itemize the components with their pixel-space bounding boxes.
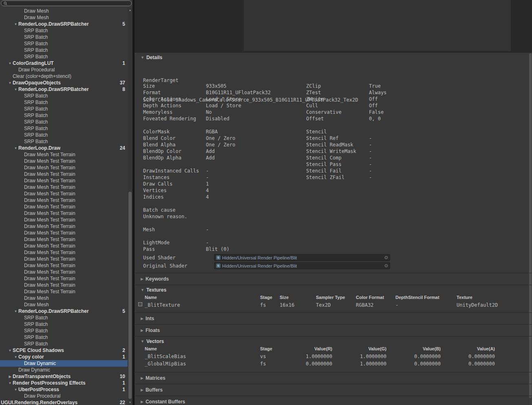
tree-item[interactable]: Draw Mesh Test Terrain [0, 184, 128, 190]
foldout-open-icon[interactable]: ▼ [13, 88, 18, 91]
tree-item[interactable]: UGUI.Rendering.RenderOverlays22 [0, 399, 128, 405]
tree-item[interactable]: Draw Dynamic [0, 360, 128, 367]
used-shader-field[interactable]: S Hidden/Universal Render Pipeline/Blit … [214, 254, 390, 261]
tree-item[interactable]: SRP Batch [0, 314, 128, 321]
tree-item[interactable]: ▼UberPostProcess1 [0, 386, 128, 393]
tree-item[interactable]: SRP Batch [0, 321, 128, 328]
table-cell: fs [260, 361, 266, 367]
tree-item[interactable]: Draw Mesh Test Terrain [0, 177, 128, 184]
tree-item[interactable]: Draw Procedural [0, 393, 128, 399]
tree-item[interactable]: SRP Batch [0, 328, 128, 334]
tree-item[interactable]: ▼ColorGradingLUT1 [0, 60, 128, 66]
tree-item[interactable]: Draw Mesh [0, 301, 128, 308]
tree-item[interactable]: ▶DrawTransparentObjects10 [0, 373, 128, 380]
tree-item[interactable]: Draw Mesh Test Terrain [0, 230, 128, 236]
foldout-open-icon[interactable]: ▼ [13, 355, 18, 359]
tree-item[interactable]: Draw Mesh Test Terrain [0, 256, 128, 262]
search-input[interactable] [9, 1, 129, 6]
matrices-section[interactable]: ▶ Matrices [135, 372, 532, 384]
tree-item[interactable]: ▼SCPE Cloud Shadows2 [0, 347, 128, 354]
tree-item[interactable]: Draw Mesh Test Terrain [0, 171, 128, 177]
tree-item[interactable]: SRP Batch [0, 334, 128, 341]
indent-spacer [0, 311, 13, 312]
tree-item[interactable]: Draw Mesh Test Terrain [0, 158, 128, 164]
tree-item[interactable]: SRP Batch [0, 119, 128, 125]
tree-item[interactable]: SRP Batch [0, 106, 128, 112]
tree-item[interactable]: Draw Mesh Test Terrain [0, 164, 128, 171]
foldout-open-icon[interactable]: ▼ [13, 388, 18, 392]
tree-item[interactable]: ▼DrawOpaqueObjects37 [0, 80, 128, 86]
tree-item[interactable]: Draw Mesh Test Terrain [0, 151, 128, 158]
vectors-section-header[interactable]: ▼ Vectors [135, 336, 532, 344]
foldout-open-icon[interactable]: ▼ [13, 310, 18, 313]
tree-item[interactable]: Draw Mesh Test Terrain [0, 190, 128, 197]
tree-item[interactable]: ▼RenderLoop.DrawSRPBatcher8 [0, 86, 128, 93]
tree-item[interactable]: SRP Batch [0, 27, 128, 34]
scroll-up-icon[interactable]: ▲ [128, 8, 132, 13]
tree-item[interactable]: SRP Batch [0, 53, 128, 60]
foldout-open-icon[interactable]: ▼ [141, 339, 144, 343]
tree-item[interactable]: Clear (color+depth+stencil) [0, 73, 128, 80]
tree-item[interactable]: Draw Mesh Test Terrain [0, 204, 128, 210]
tree-item[interactable]: Draw Mesh [0, 8, 128, 14]
foldout-open-icon[interactable]: ▼ [7, 62, 13, 65]
original-shader-field[interactable]: S Hidden/Universal Render Pipeline/Blit … [214, 262, 390, 269]
foldout-open-icon[interactable]: ▼ [141, 55, 144, 60]
tree-item[interactable]: Draw Mesh [0, 295, 128, 301]
column-header: Sampler Type [316, 295, 345, 300]
foldout-open-icon[interactable]: ▼ [141, 288, 144, 292]
foldout-open-icon[interactable]: ▼ [7, 349, 13, 352]
tree-item[interactable]: Draw Mesh Test Terrain [0, 275, 128, 282]
tree-item[interactable]: ▼RenderLoop.DrawSRPBatcher5 [0, 21, 128, 27]
floats-section[interactable]: ▶ Floats [135, 324, 532, 336]
foldout-open-icon[interactable]: ▼ [7, 81, 13, 85]
buffers-section[interactable]: ▶ Buffers [135, 384, 532, 396]
tree-item[interactable]: Draw Dynamic [0, 367, 128, 373]
tree-item[interactable]: Draw Procedural [0, 66, 128, 73]
tree-item[interactable]: Draw Mesh [0, 14, 128, 21]
tree-scrollbar-thumb[interactable] [128, 192, 132, 399]
tree-item[interactable]: Draw Mesh Test Terrain [0, 249, 128, 256]
foldout-closed-icon[interactable]: ▶ [7, 375, 13, 378]
tree-item[interactable]: Draw Mesh Test Terrain [0, 288, 128, 295]
texture-row[interactable]: _BlitTexturefs16x16Tex2DRGBA32-UnityDefa… [135, 301, 532, 309]
tree-scrollbar[interactable]: ▲ ▼ [128, 8, 132, 405]
object-picker-icon[interactable]: ⊙ [384, 255, 388, 260]
tree-item[interactable]: Draw Mesh Test Terrain [0, 223, 128, 230]
tree-item[interactable]: ▼RenderLoop.Draw24 [0, 145, 128, 151]
constant-buffers-section[interactable]: ▶ Constant Buffers [135, 396, 532, 405]
tree-item[interactable]: Draw Mesh Test Terrain [0, 262, 128, 269]
tree-item[interactable]: SRP Batch [0, 99, 128, 106]
keywords-section[interactable]: ▶ Keywords [135, 273, 532, 285]
tree-item[interactable]: ▼Copy color1 [0, 354, 128, 360]
tree-item[interactable]: SRP Batch [0, 93, 128, 99]
tree-item[interactable]: Draw Mesh Test Terrain [0, 269, 128, 275]
foldout-open-icon[interactable]: ▼ [13, 146, 18, 150]
object-picker-icon[interactable]: ⊙ [384, 263, 388, 268]
tree-item[interactable]: SRP Batch [0, 125, 128, 132]
tree-item[interactable]: SRP Batch [0, 34, 128, 40]
tree-item[interactable]: Draw Mesh Test Terrain [0, 243, 128, 249]
tree-item[interactable]: Draw Mesh Test Terrain [0, 197, 128, 204]
foldout-open-icon[interactable]: ▼ [7, 381, 13, 385]
tree-item[interactable]: Draw Mesh Test Terrain [0, 217, 128, 223]
scroll-down-icon[interactable]: ▼ [128, 400, 132, 405]
tree-item[interactable]: SRP Batch [0, 132, 128, 138]
tree-item[interactable]: SRP Batch [0, 138, 128, 145]
vector-row[interactable]: _GlobalMipBiasfs0.00000001.00000000.0000… [135, 360, 532, 367]
tree-item[interactable]: SRP Batch [0, 112, 128, 119]
tree-item[interactable]: SRP Batch [0, 47, 128, 53]
tree-item[interactable]: SRP Batch [0, 40, 128, 47]
tree-item[interactable]: SRP Batch [0, 341, 128, 347]
search-field[interactable] [1, 0, 132, 6]
foldout-open-icon[interactable]: ▼ [13, 22, 18, 26]
tree-item[interactable]: Draw Mesh Test Terrain [0, 210, 128, 217]
tree-item[interactable]: ▼RenderLoop.DrawSRPBatcher5 [0, 308, 128, 314]
tree-item[interactable]: Draw Mesh Test Terrain [0, 236, 128, 243]
details-section-header[interactable]: ▼ Details [141, 55, 162, 60]
tree-item[interactable]: ▼Render PostProcessing Effects1 [0, 380, 128, 386]
tree-item[interactable]: Draw Mesh Test Terrain [0, 282, 128, 288]
vector-row[interactable]: _BlitScaleBiasvs1.00000001.00000000.0000… [135, 353, 532, 360]
ints-section[interactable]: ▶ Ints [135, 312, 532, 324]
textures-section-header[interactable]: ▼ Textures [135, 285, 532, 293]
